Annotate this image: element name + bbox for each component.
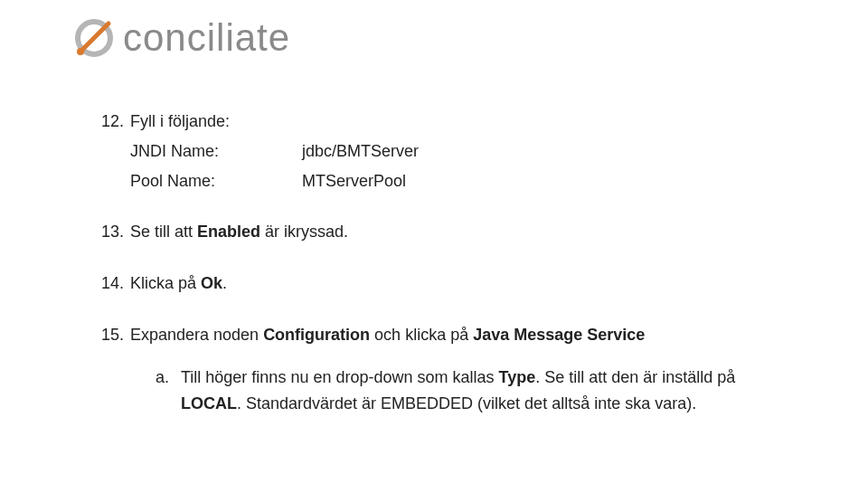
text: Till höger finns nu en drop-down som kal…: [181, 368, 499, 386]
bold-text: LOCAL: [181, 394, 237, 412]
sub-list-item: a. Till höger finns nu en drop-down som …: [156, 365, 767, 417]
field-row: JNDI Name: jdbc/BMTServer: [130, 138, 767, 165]
list-item-15: 15. Expandera noden Configuration och kl…: [101, 322, 767, 416]
list-number: 14.: [101, 270, 130, 297]
text: . Se till att den är inställd på: [535, 368, 735, 386]
list-number: 12.: [101, 109, 130, 194]
list-item-12: 12. Fyll i följande: JNDI Name: jdbc/BMT…: [101, 109, 767, 194]
field-value: jdbc/BMTServer: [302, 138, 419, 165]
text: .: [222, 274, 227, 292]
sub-body: Till höger finns nu en drop-down som kal…: [181, 365, 767, 417]
logo-icon: [74, 18, 114, 58]
document-content: 12. Fyll i följande: JNDI Name: jdbc/BMT…: [101, 109, 767, 441]
bold-text: Java Message Service: [473, 326, 645, 344]
list-item-13: 13. Se till att Enabled är ikryssad.: [101, 219, 767, 245]
field-row: Pool Name: MTServerPool: [130, 168, 767, 194]
text: . Standardvärdet är EMBEDDED (vilket det…: [237, 394, 696, 412]
list-number: 15.: [101, 322, 130, 416]
list-lead-text: Fyll i följande:: [130, 109, 767, 135]
text: Expandera noden: [130, 326, 263, 344]
logo-text: conciliate: [123, 16, 290, 60]
text: och klicka på: [370, 326, 473, 344]
text: är ikryssad.: [260, 223, 348, 241]
list-body: Expandera noden Configuration och klicka…: [130, 322, 767, 416]
text: Klicka på: [130, 274, 201, 292]
list-body: Klicka på Ok.: [130, 270, 767, 297]
sub-letter: a.: [156, 365, 181, 417]
field-value: MTServerPool: [302, 168, 406, 194]
bold-text: Configuration: [263, 326, 370, 344]
bold-text: Ok: [201, 274, 222, 292]
svg-point-1: [77, 48, 84, 55]
field-label: JNDI Name:: [130, 138, 302, 165]
field-label: Pool Name:: [130, 168, 302, 194]
text: Se till att: [130, 223, 197, 241]
list-item-14: 14. Klicka på Ok.: [101, 270, 767, 297]
list-body: Se till att Enabled är ikryssad.: [130, 219, 767, 245]
logo: conciliate: [74, 16, 290, 60]
bold-text: Type: [499, 368, 536, 386]
list-number: 13.: [101, 219, 130, 245]
bold-text: Enabled: [197, 223, 260, 241]
list-body: Fyll i följande: JNDI Name: jdbc/BMTServ…: [130, 109, 767, 194]
